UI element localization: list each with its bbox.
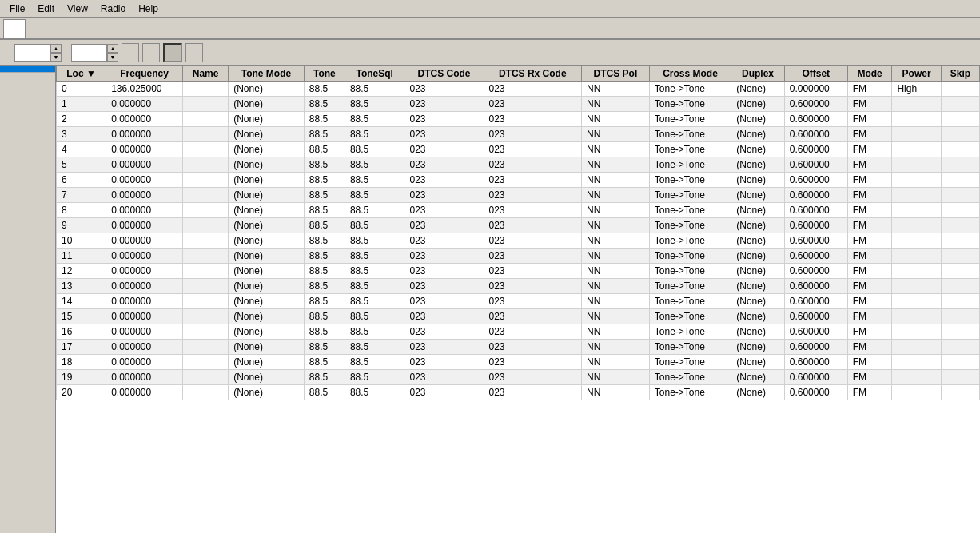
cell-19-2 — [182, 370, 228, 385]
menu-item-file[interactable]: File — [3, 2, 31, 16]
table-row[interactable]: 60.000000(None)88.588.5023023NNTone->Ton… — [57, 173, 980, 188]
cell-12-4: 88.5 — [304, 264, 345, 279]
cell-11-3: (None) — [229, 249, 305, 264]
cell-2-6: 023 — [404, 112, 484, 127]
table-row[interactable]: 20.000000(None)88.588.5023023NNTone->Ton… — [57, 112, 980, 127]
table-row[interactable]: 80.000000(None)88.588.5023023NNTone->Ton… — [57, 203, 980, 218]
cell-13-2 — [182, 279, 228, 294]
cell-14-6: 023 — [404, 294, 484, 309]
memory-range-end-spinner[interactable]: ▲ ▼ — [107, 44, 118, 62]
cell-8-6: 023 — [404, 203, 484, 218]
col-header-5: ToneSql — [345, 66, 404, 82]
table-row[interactable]: 140.000000(None)88.588.5023023NNTone->To… — [57, 294, 980, 309]
table-row[interactable]: 10.000000(None)88.588.5023023NNTone->Ton… — [57, 97, 980, 112]
cell-7-8: NN — [581, 188, 649, 203]
cell-11-1: 0.000000 — [106, 249, 183, 264]
table-row[interactable]: 0136.025000(None)88.588.5023023NNTone->T… — [57, 82, 980, 97]
cell-7-9: Tone->Tone — [649, 188, 731, 203]
cell-17-11: 0.600000 — [784, 340, 847, 355]
cell-2-13 — [892, 112, 941, 127]
table-body: 0136.025000(None)88.588.5023023NNTone->T… — [57, 82, 980, 400]
cell-8-3: (None) — [229, 203, 305, 218]
cell-9-1: 0.000000 — [106, 218, 183, 233]
cell-12-0: 12 — [57, 264, 106, 279]
cell-3-7: 023 — [484, 127, 581, 142]
table-row[interactable]: 160.000000(None)88.588.5023023NNTone->To… — [57, 324, 980, 340]
cell-19-14 — [941, 370, 979, 385]
table-row[interactable]: 70.000000(None)88.588.5023023NNTone->Ton… — [57, 188, 980, 203]
cell-15-7: 023 — [484, 309, 581, 324]
spinner-down[interactable]: ▼ — [50, 53, 62, 62]
cell-8-8: NN — [581, 203, 649, 218]
cell-1-9: Tone->Tone — [649, 97, 731, 112]
cell-3-9: Tone->Tone — [649, 127, 731, 142]
spinner-down-end[interactable]: ▼ — [107, 53, 118, 62]
cell-20-6: 023 — [404, 385, 484, 400]
cell-11-0: 11 — [57, 249, 106, 264]
cell-3-6: 023 — [404, 127, 484, 142]
menu-item-edit[interactable]: Edit — [31, 2, 61, 16]
special-channels-button[interactable] — [142, 43, 160, 62]
memory-range-start[interactable] — [14, 44, 50, 62]
table-row[interactable]: 150.000000(None)88.588.5023023NNTone->To… — [57, 309, 980, 324]
cell-15-4: 88.5 — [304, 309, 345, 324]
cell-10-12: FM — [847, 233, 892, 249]
cell-3-10: (None) — [731, 127, 784, 142]
cell-5-6: 023 — [404, 157, 484, 173]
cell-15-10: (None) — [731, 309, 784, 324]
col-header-0[interactable]: Loc ▼ — [57, 66, 106, 82]
cell-16-8: NN — [581, 324, 649, 340]
cell-16-5: 88.5 — [345, 324, 404, 340]
main-tab[interactable] — [3, 19, 26, 38]
show-empty-button[interactable] — [163, 43, 182, 62]
cell-20-1: 0.000000 — [106, 385, 183, 400]
table-row[interactable]: 200.000000(None)88.588.5023023NNTone->To… — [57, 385, 980, 400]
cell-20-9: Tone->Tone — [649, 385, 731, 400]
table-row[interactable]: 50.000000(None)88.588.5023023NNTone->Ton… — [57, 157, 980, 173]
memory-range-start-spinner[interactable]: ▲ ▼ — [50, 44, 62, 62]
table-row[interactable]: 30.000000(None)88.588.5023023NNTone->Ton… — [57, 127, 980, 142]
cell-6-1: 0.000000 — [106, 173, 183, 188]
refresh-button[interactable] — [122, 43, 139, 62]
cell-18-5: 88.5 — [345, 355, 404, 370]
col-header-13: Power — [892, 66, 941, 82]
cell-7-3: (None) — [229, 188, 305, 203]
cell-18-10: (None) — [731, 355, 784, 370]
cell-17-0: 17 — [57, 340, 106, 355]
cell-4-14 — [941, 142, 979, 157]
menu-item-radio[interactable]: Radio — [94, 2, 132, 16]
cell-16-7: 023 — [484, 324, 581, 340]
cell-12-8: NN — [581, 264, 649, 279]
table-row[interactable]: 90.000000(None)88.588.5023023NNTone->Ton… — [57, 218, 980, 233]
properties-button[interactable] — [185, 43, 203, 62]
table-row[interactable]: 180.000000(None)88.588.5023023NNTone->To… — [57, 355, 980, 370]
table-row[interactable]: 40.000000(None)88.588.5023023NNTone->Ton… — [57, 142, 980, 157]
cell-11-4: 88.5 — [304, 249, 345, 264]
cell-3-11: 0.600000 — [784, 127, 847, 142]
spinner-up[interactable]: ▲ — [50, 44, 62, 53]
cell-2-7: 023 — [484, 112, 581, 127]
cell-2-8: NN — [581, 112, 649, 127]
table-row[interactable]: 120.000000(None)88.588.5023023NNTone->To… — [57, 264, 980, 279]
cell-9-12: FM — [847, 218, 892, 233]
cell-15-2 — [182, 309, 228, 324]
memory-range-end[interactable] — [71, 44, 107, 62]
table-row[interactable]: 110.000000(None)88.588.5023023NNTone->To… — [57, 249, 980, 264]
table-row[interactable]: 130.000000(None)88.588.5023023NNTone->To… — [57, 279, 980, 294]
menu-item-view[interactable]: View — [61, 2, 94, 16]
cell-12-9: Tone->Tone — [649, 264, 731, 279]
table-row[interactable]: 190.000000(None)88.588.5023023NNTone->To… — [57, 370, 980, 385]
spinner-up-end[interactable]: ▲ — [107, 44, 118, 53]
cell-20-2 — [182, 385, 228, 400]
cell-10-11: 0.600000 — [784, 233, 847, 249]
sidebar-item-settings[interactable] — [0, 66, 55, 73]
table-area[interactable]: Loc ▼FrequencyNameTone ModeToneToneSqlDT… — [56, 66, 980, 533]
cell-11-12: FM — [847, 249, 892, 264]
table-row[interactable]: 100.000000(None)88.588.5023023NNTone->To… — [57, 233, 980, 249]
cell-12-14 — [941, 264, 979, 279]
cell-19-5: 88.5 — [345, 370, 404, 385]
table-row[interactable]: 170.000000(None)88.588.5023023NNTone->To… — [57, 340, 980, 355]
cell-7-0: 7 — [57, 188, 106, 203]
cell-14-10: (None) — [731, 294, 784, 309]
menu-item-help[interactable]: Help — [132, 2, 165, 16]
